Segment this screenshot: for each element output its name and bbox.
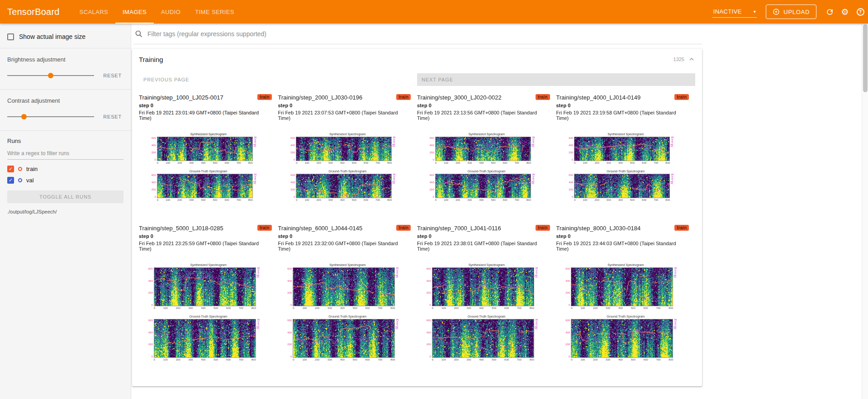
image-card-timestamp: Fri Feb 19 2021 23:25:59 GMT+0800 (Taipe… — [139, 241, 272, 252]
y-axis-ticks: 6004002000 — [286, 319, 293, 358]
energy-axis-label: Energy — [532, 174, 535, 198]
image-grid: Training/step_1000_LJ025-0017 train step… — [132, 90, 702, 385]
brightness-slider[interactable] — [7, 73, 94, 78]
x-axis-ticks: 0100200300400500600700800 — [435, 198, 531, 201]
y-axis-ticks: 6004002000 — [568, 137, 574, 161]
run-checkbox-icon[interactable]: ✓ — [7, 177, 14, 184]
spectrogram-plot-title: Synthesized Spectrogram — [426, 263, 541, 266]
tab-images[interactable]: IMAGES — [115, 0, 154, 24]
x-axis-ticks: 0100200300400500600700800 — [296, 161, 392, 164]
energy-axis-label: Energy — [674, 319, 677, 358]
image-card-title: Training/step_8000_LJ030-0184 — [556, 225, 641, 232]
spectrogram-plot: Ground-Truth Spectrogram 6004002000 Ener… — [286, 315, 402, 361]
energy-axis-label: Energy — [254, 174, 257, 198]
image-card-timestamp: Fri Feb 19 2021 23:19:58 GMT+0800 (Taipe… — [556, 110, 689, 121]
refresh-button[interactable] — [822, 4, 837, 19]
spectrogram-image — [296, 137, 392, 161]
brightness-reset-button[interactable]: RESET — [101, 72, 123, 79]
spectrogram-plot: Ground-Truth Spectrogram 6004002000 Ener… — [564, 315, 680, 361]
image-card-timestamp: Fri Feb 19 2021 23:38:01 GMT+0800 (Taipe… — [417, 241, 550, 252]
next-page-button[interactable]: NEXT PAGE — [417, 73, 695, 86]
image-card-step: step 0 — [278, 233, 411, 239]
spectrogram-plots: Synthesized Spectrogram 6004002000 Energ… — [568, 133, 677, 201]
tab-audio[interactable]: AUDIO — [154, 0, 188, 24]
slider-track — [7, 116, 94, 117]
image-card-title: Training/step_7000_LJ041-0116 — [417, 225, 501, 232]
x-axis-ticks: 0100200300400500600700800 — [293, 358, 395, 361]
y-axis-ticks: 6004002000 — [286, 267, 293, 306]
status-dropdown[interactable]: INACTIVE ▾ — [712, 6, 757, 18]
contrast-reset-button[interactable]: RESET — [101, 113, 123, 120]
y-axis-ticks: 6004002000 — [151, 137, 157, 161]
spectrogram-plot: Synthesized Spectrogram 6004002000 Energ… — [426, 263, 541, 309]
scrollbar-thumb[interactable] — [863, 24, 868, 92]
spectrogram-image — [574, 174, 670, 198]
search-icon — [135, 30, 143, 38]
spectrogram-plot: Synthesized Spectrogram 6004002000 Energ… — [289, 133, 399, 164]
toggle-all-runs-button[interactable]: TOGGLE ALL RUNS — [7, 190, 123, 203]
image-card-title: Training/step_5000_LJ018-0285 — [139, 225, 223, 232]
x-axis-ticks: 0100200300400500600700800 — [154, 306, 256, 309]
previous-page-button[interactable]: PREVIOUS PAGE — [139, 73, 417, 86]
refresh-icon — [825, 8, 834, 16]
upload-info-icon — [773, 8, 780, 15]
image-card-step: step 0 — [417, 103, 550, 108]
energy-axis-label: Energy — [393, 137, 396, 161]
spectrogram-plot: Synthesized Spectrogram 6004002000 Energ… — [151, 133, 260, 164]
settings-button[interactable]: ⚙ — [837, 4, 853, 19]
y-axis-ticks: 6004002000 — [147, 319, 154, 358]
spectrogram-plot-title: Ground-Truth Spectrogram — [286, 315, 402, 318]
spectrogram-plot-title: Ground-Truth Spectrogram — [426, 315, 541, 318]
help-button[interactable]: ? — [853, 4, 868, 19]
image-card: Training/step_5000_LJ018-0285 train step… — [139, 225, 278, 361]
run-checkbox-icon[interactable]: ✓ — [7, 166, 14, 172]
runs-title: Runs — [7, 131, 123, 144]
image-card-step: step 0 — [417, 233, 550, 239]
spectrogram-image — [157, 174, 253, 198]
run-row-train[interactable]: ✓train — [7, 163, 123, 175]
energy-axis-label: Energy — [674, 267, 677, 306]
image-card: Training/step_2000_LJ030-0196 train step… — [278, 94, 417, 201]
image-card-title: Training/step_6000_LJ044-0145 — [278, 225, 363, 232]
spectrogram-plot: Synthesized Spectrogram 6004002000 Energ… — [568, 133, 677, 164]
spectrogram-plot-title: Ground-Truth Spectrogram — [289, 170, 399, 173]
image-card-title: Training/step_4000_LJ014-0149 — [556, 94, 641, 101]
tag-filter-input[interactable] — [147, 30, 700, 38]
image-card: Training/step_6000_LJ044-0145 train step… — [278, 225, 417, 361]
spectrogram-plot-title: Ground-Truth Spectrogram — [151, 170, 260, 173]
show-actual-size-checkbox[interactable]: Show actual image size — [7, 24, 123, 48]
slider-thumb[interactable] — [21, 114, 27, 119]
spectrogram-image — [432, 267, 534, 306]
slider-thumb[interactable] — [48, 73, 53, 78]
energy-axis-label: Energy — [396, 267, 399, 306]
brightness-label: Brightness adjustment — [7, 48, 123, 63]
training-section-header[interactable]: Training 1325 — [132, 49, 702, 70]
scrollbar[interactable] — [862, 24, 868, 399]
x-axis-ticks: 0100200300400500600700800 — [157, 198, 253, 201]
runs-regex-input[interactable] — [7, 147, 123, 160]
section-count-badge: 1325 — [674, 57, 684, 62]
image-card: Training/step_3000_LJ020-0022 train step… — [417, 94, 556, 201]
spectrogram-plot: Synthesized Spectrogram 6004002000 Energ… — [286, 263, 402, 309]
spectrogram-plot: Ground-Truth Spectrogram 6004002000 Ener… — [147, 315, 263, 361]
image-card-title: Training/step_2000_LJ030-0196 — [278, 94, 363, 101]
tab-time-series[interactable]: TIME SERIES — [188, 0, 242, 24]
spectrogram-image — [293, 319, 395, 358]
spectrogram-plots: Synthesized Spectrogram 6004002000 Energ… — [429, 133, 538, 201]
run-color-circle — [18, 178, 22, 182]
x-axis-ticks: 0100200300400500600700800 — [296, 198, 392, 201]
image-card-timestamp: Fri Feb 19 2021 23:07:53 GMT+0800 (Taipe… — [278, 110, 411, 121]
x-axis-ticks: 0100200300400500600700800 — [432, 306, 534, 309]
run-row-val[interactable]: ✓val — [7, 175, 123, 186]
spectrogram-image — [157, 137, 253, 161]
upload-button[interactable]: UPLOAD — [766, 5, 816, 19]
pagination-bar: PREVIOUS PAGE NEXT PAGE — [132, 70, 702, 90]
tab-scalars[interactable]: SCALARS — [72, 0, 116, 24]
chevron-up-icon[interactable] — [688, 56, 695, 63]
spectrogram-plot-title: Ground-Truth Spectrogram — [147, 315, 263, 318]
checkbox-icon[interactable] — [7, 33, 14, 40]
spectrogram-plots: Synthesized Spectrogram 6004002000 Energ… — [147, 263, 263, 361]
contrast-slider[interactable] — [7, 114, 94, 119]
y-axis-ticks: 6004002000 — [289, 137, 296, 161]
image-card-title: Training/step_1000_LJ025-0017 — [139, 94, 223, 101]
